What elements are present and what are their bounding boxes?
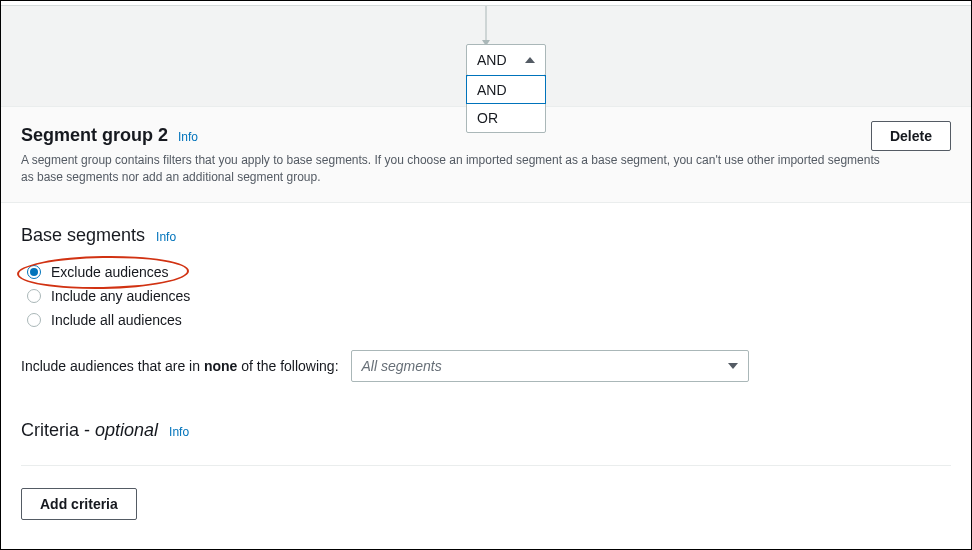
base-segments-info-link[interactable]: Info (156, 230, 176, 244)
base-segments-title: Base segments (21, 225, 145, 245)
filter-label: Include audiences that are in none of th… (21, 358, 339, 374)
operator-dropdown-value: AND (477, 52, 507, 68)
operator-option-or[interactable]: OR (467, 103, 545, 132)
filter-label-bold: none (204, 358, 237, 374)
operator-dropdown-trigger[interactable]: AND (466, 44, 546, 76)
criteria-section: Criteria - optional Info Add criteria (1, 404, 971, 538)
operator-band: AND AND OR (1, 5, 971, 107)
connector-line (486, 6, 487, 44)
segment-group-info-link[interactable]: Info (178, 130, 198, 144)
radio-label-exclude: Exclude audiences (51, 264, 169, 280)
criteria-title-optional: optional (95, 420, 158, 440)
radio-label-include-any: Include any audiences (51, 288, 190, 304)
delete-button[interactable]: Delete (871, 121, 951, 151)
radio-label-include-all: Include all audiences (51, 312, 182, 328)
segment-group-title: Segment group 2 (21, 125, 168, 146)
criteria-title-prefix: Criteria - (21, 420, 95, 440)
segments-select-placeholder: All segments (362, 358, 442, 374)
segment-group-description: A segment group contains filters that yo… (21, 152, 891, 186)
filter-label-suffix: of the following: (237, 358, 338, 374)
filter-label-prefix: Include audiences that are in (21, 358, 204, 374)
radio-icon (27, 313, 41, 327)
audience-radio-group: Exclude audiences Include any audiences … (27, 264, 951, 328)
criteria-info-link[interactable]: Info (169, 425, 189, 439)
radio-icon (27, 289, 41, 303)
add-criteria-button[interactable]: Add criteria (21, 488, 137, 520)
operator-dropdown-menu: AND OR (466, 75, 546, 133)
operator-option-and[interactable]: AND (466, 75, 546, 104)
caret-up-icon (525, 57, 535, 63)
caret-down-icon (728, 363, 738, 369)
radio-include-all-audiences[interactable]: Include all audiences (27, 312, 951, 328)
radio-exclude-audiences[interactable]: Exclude audiences (27, 264, 951, 280)
audience-filter-row: Include audiences that are in none of th… (21, 350, 951, 382)
radio-include-any-audiences[interactable]: Include any audiences (27, 288, 951, 304)
base-segments-section: Base segments Info Exclude audiences Inc… (1, 203, 971, 404)
segments-select[interactable]: All segments (351, 350, 749, 382)
radio-icon (27, 265, 41, 279)
